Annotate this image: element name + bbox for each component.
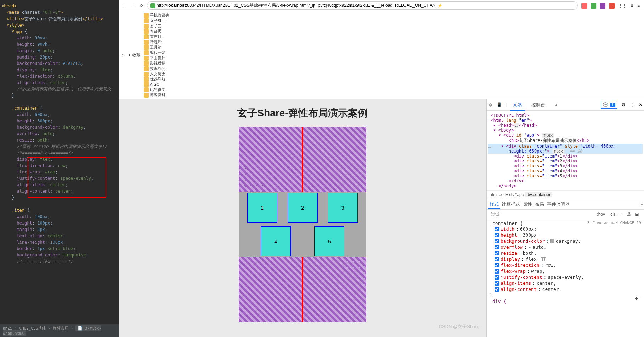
url-bar[interactable]: http://localhost:63342/HTML/XuanZi/CH02_… bbox=[147, 1, 578, 10]
bookmark-item[interactable]: 影视后期 bbox=[144, 61, 169, 66]
bookmark-item[interactable]: 玄子Sh... bbox=[144, 18, 169, 23]
menu-icon[interactable]: ≡ bbox=[637, 3, 640, 8]
css-toggle[interactable] bbox=[495, 269, 499, 274]
css-toggle[interactable] bbox=[495, 239, 499, 243]
bookmark-item[interactable]: 此生得学 bbox=[144, 87, 169, 92]
css-toggle[interactable] bbox=[495, 287, 499, 292]
bookmark-item[interactable]: 效率办公 bbox=[144, 66, 169, 71]
rule-source[interactable]: 3-flex-wrap…N_CHANGE:19 bbox=[587, 221, 641, 226]
issues-badge[interactable]: 💬 1 bbox=[601, 101, 617, 109]
bookmark-item[interactable]: 编程开发 bbox=[144, 50, 169, 55]
page-viewport: 玄子Share-弹性布局演示案例 12345 CSDN @玄子Share bbox=[119, 99, 486, 337]
bookmark-item[interactable]: 奇迹秀 bbox=[144, 29, 169, 34]
code-editor[interactable]: <head> <meta charset="UTF-8"> <title>玄子S… bbox=[0, 0, 119, 337]
styles-tab[interactable]: 事件监听器 bbox=[546, 200, 571, 208]
css-declaration[interactable]: width: 600px; bbox=[490, 226, 641, 232]
bookmark-item[interactable]: 首席灯... bbox=[144, 34, 169, 39]
tab-elements[interactable]: 元素 bbox=[510, 99, 525, 111]
center-guide-bottom bbox=[302, 257, 303, 322]
bookmark-item[interactable]: 工具箱 bbox=[144, 45, 169, 50]
bookmark-list-icon[interactable]: ▷ bbox=[122, 53, 124, 57]
devtools-panel: ⯐ 📱 | 元素 控制台 » 💬 1 ⚙ ⋮ ✕ <!DOCTYPE html>… bbox=[486, 99, 644, 337]
css-declaration[interactable]: flex-wrap: wrap; bbox=[490, 268, 641, 274]
computed-icon[interactable]: ▣ bbox=[633, 212, 641, 217]
extension-icons: ⋮⋮ ⬇ ≡ bbox=[580, 3, 641, 9]
flex-item: 2 bbox=[288, 193, 318, 223]
breadcrumb-item[interactable]: body bbox=[499, 192, 508, 197]
reload-button[interactable]: ⟳ bbox=[139, 2, 145, 9]
editor-breadcrumb: anZi › CH02_CSS基础 › 弹性布局 › 📄 3-flex-wrap… bbox=[0, 324, 119, 337]
css-declaration[interactable]: align-items: center; bbox=[490, 280, 641, 286]
hov-toggle[interactable]: :hov bbox=[595, 212, 607, 217]
css-declaration[interactable]: flex-direction: row; bbox=[490, 262, 641, 268]
page-title: 玄子Share-弹性布局演示案例 bbox=[237, 106, 367, 120]
bookmark-item[interactable]: 哔哩哔... bbox=[144, 39, 169, 45]
css-declaration[interactable]: align-content: center; bbox=[490, 286, 641, 292]
bookmarks-bar: ▷ ★ 收藏 手机收藏夹 玄子Sh... 玄子云 奇迹秀 首席灯... 哔哩哔.… bbox=[119, 11, 644, 99]
breadcrumb-item[interactable]: html bbox=[490, 192, 498, 197]
rule-close: } bbox=[490, 292, 641, 298]
filter-input[interactable] bbox=[490, 210, 595, 218]
tab-more-icon[interactable]: » bbox=[640, 201, 643, 207]
tab-more[interactable]: » bbox=[552, 100, 560, 110]
bookmark-item[interactable]: 优选导航 bbox=[144, 77, 169, 82]
bookmark-item[interactable]: 博客资料 bbox=[144, 92, 169, 98]
download-icon[interactable]: ⬇ bbox=[630, 3, 634, 8]
css-toggle[interactable] bbox=[495, 263, 499, 267]
styles-tab[interactable]: 布局 bbox=[533, 200, 546, 208]
css-declaration[interactable]: background-color: darkgray; bbox=[490, 238, 641, 244]
forward-button[interactable]: → bbox=[130, 2, 136, 9]
elements-tree[interactable]: <!DOCTYPE html> <html lang="en"> ▸ <head… bbox=[487, 111, 644, 191]
styles-body[interactable]: .container { 3-flex-wrap…N_CHANGE:19 wid… bbox=[487, 219, 644, 337]
ext-icon[interactable] bbox=[591, 3, 596, 9]
settings-icon[interactable]: ⚙ bbox=[621, 102, 626, 107]
css-toggle[interactable] bbox=[495, 245, 499, 249]
print-icon[interactable]: 🖶 bbox=[625, 212, 633, 217]
elements-breadcrumb[interactable]: html body div#app div.container bbox=[487, 191, 644, 199]
css-toggle[interactable] bbox=[495, 281, 499, 286]
breadcrumb-item[interactable]: div.container bbox=[525, 192, 552, 197]
more-icon[interactable]: ⋮ bbox=[630, 102, 634, 107]
add-rule-icon[interactable]: + bbox=[618, 212, 625, 217]
grid-icon[interactable]: ⋮⋮ bbox=[618, 3, 627, 8]
bookmark-item[interactable]: AIGC bbox=[144, 82, 169, 87]
flex-item: 1 bbox=[247, 193, 277, 223]
ext-icon[interactable] bbox=[581, 3, 587, 9]
css-toggle[interactable] bbox=[495, 227, 499, 231]
tab-console[interactable]: 控制台 bbox=[529, 100, 548, 110]
code-content: <head> <meta charset="UTF-8"> <title>玄子S… bbox=[0, 0, 119, 267]
cls-toggle[interactable]: .cls bbox=[607, 212, 618, 217]
url-text: http://localhost:63342/HTML/XuanZi/CH02_… bbox=[157, 2, 436, 9]
css-declaration[interactable]: height: 300px; bbox=[490, 232, 641, 238]
styles-tab[interactable]: 属性 bbox=[521, 200, 533, 208]
styles-tab[interactable]: 计算样式 bbox=[500, 200, 521, 208]
styles-tabs: 样式计算样式属性布局事件监听器 » bbox=[487, 199, 644, 210]
breadcrumb-item[interactable]: div#app bbox=[509, 192, 524, 197]
css-declaration[interactable]: resize: both; bbox=[490, 250, 641, 256]
css-declaration[interactable]: display: flex; bbox=[490, 256, 641, 262]
items-area: 12345 bbox=[239, 192, 366, 257]
ext-icon[interactable] bbox=[600, 3, 605, 9]
flex-item: 3 bbox=[328, 193, 358, 223]
add-style-button[interactable]: + bbox=[634, 294, 638, 302]
flex-container[interactable]: 12345 bbox=[239, 127, 366, 322]
css-toggle[interactable] bbox=[495, 233, 499, 237]
back-button[interactable]: ← bbox=[122, 2, 128, 9]
device-icon[interactable]: 📱 bbox=[496, 102, 502, 107]
inspect-icon[interactable]: ⯐ bbox=[488, 102, 493, 107]
css-toggle[interactable] bbox=[495, 257, 499, 261]
styles-tab[interactable]: 样式 bbox=[488, 200, 500, 209]
css-toggle[interactable] bbox=[495, 251, 499, 255]
bookmark-star[interactable]: ★ 收藏 bbox=[128, 53, 140, 58]
bookmark-item[interactable]: 玄子云 bbox=[144, 23, 169, 29]
bookmark-item[interactable]: 人文历史 bbox=[144, 71, 169, 77]
close-icon[interactable]: ✕ bbox=[639, 102, 643, 107]
css-toggle[interactable] bbox=[495, 275, 499, 280]
shield-icon bbox=[150, 3, 155, 8]
bookmark-item[interactable]: 手机收藏夹 bbox=[144, 13, 169, 18]
bookmark-item[interactable]: 平面设计 bbox=[144, 55, 169, 61]
flex-item: 5 bbox=[314, 226, 344, 256]
css-declaration[interactable]: overflow: ▸ auto; bbox=[490, 244, 641, 250]
ext-icon[interactable] bbox=[609, 3, 615, 9]
css-declaration[interactable]: justify-content: space-evenly; bbox=[490, 274, 641, 280]
